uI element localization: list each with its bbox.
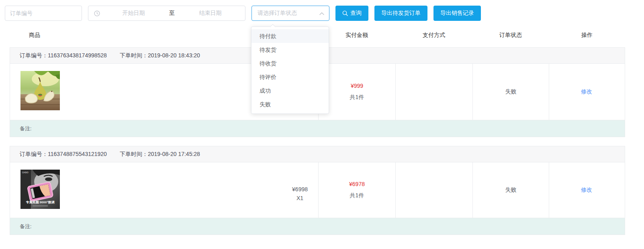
- chevron-up-icon: [319, 10, 324, 17]
- order-status-cell: 失败: [472, 64, 549, 120]
- status-select-placeholder: 请选择订单状态: [258, 10, 297, 17]
- product-cell: CASIO 专属美颜 9000°微调 ¥6998: [10, 162, 318, 218]
- date-range-picker[interactable]: 开始日期 至 结束日期: [88, 6, 245, 21]
- product-brand-text: CASIO: [22, 171, 29, 174]
- export-pending-orders-label: 导出待发货订单: [381, 10, 421, 17]
- product-caption-text: 专属美颜 9000°微调: [25, 200, 54, 204]
- order-group-2: 订单编号：1163748875543121920 下单时间：2019-08-20…: [10, 146, 625, 235]
- date-range-separator: 至: [165, 10, 179, 17]
- camera-product-image: CASIO 专属美颜 9000°微调: [20, 170, 60, 209]
- pay-method-cell: [395, 64, 472, 120]
- search-button-label: 查询: [350, 10, 362, 17]
- modify-link[interactable]: 修改: [581, 186, 592, 194]
- pay-method-cell: [395, 162, 472, 218]
- status-dropdown-panel: 待付款 待发货 待收货 待评价 成功 失败: [251, 26, 329, 114]
- order-no-value: 1163763438174998528: [48, 52, 107, 59]
- dropdown-arrow: [270, 24, 276, 30]
- order-no-label: 订单编号：: [20, 151, 48, 157]
- status-option-success[interactable]: 成功: [251, 84, 329, 97]
- paid-count: 共1件: [350, 94, 364, 101]
- order-time-value: 2019-08-20 17:45:28: [148, 151, 200, 157]
- search-button[interactable]: 查询: [335, 6, 368, 21]
- remark-label: 备注:: [20, 125, 32, 132]
- clock-icon: [92, 10, 102, 16]
- modify-link[interactable]: 修改: [581, 88, 592, 95]
- order-no-text: 订单编号：1163763438174998528: [20, 52, 107, 59]
- search-icon: [342, 10, 348, 16]
- order-status-select[interactable]: 请选择订单状态: [251, 6, 329, 21]
- order-no-label: 订单编号：: [20, 52, 48, 59]
- status-option-failed[interactable]: 失败: [251, 97, 329, 111]
- order-time-label: 下单时间：: [120, 52, 148, 59]
- order-time-label: 下单时间：: [120, 151, 148, 157]
- status-option-pending-review[interactable]: 待评价: [251, 70, 329, 84]
- end-date-input[interactable]: 结束日期: [179, 10, 242, 17]
- order-time-text: 下单时间：2019-08-20 17:45:28: [120, 151, 200, 158]
- remark-row: 备注:: [10, 218, 625, 235]
- quantity: X1: [292, 195, 308, 201]
- paid-amount: ¥999: [351, 83, 363, 89]
- order-time-text: 下单时间：2019-08-20 18:43:20: [120, 52, 200, 59]
- header-order-status: 订单状态: [472, 32, 549, 39]
- action-cell: 修改: [549, 64, 624, 120]
- unit-price: ¥6998: [292, 186, 308, 192]
- order-status: 失败: [505, 186, 517, 194]
- paid-amount-cell: ¥6978 共1件: [318, 162, 395, 218]
- header-paid-amount: 实付金额: [318, 32, 395, 39]
- paid-amount: ¥6978: [349, 181, 365, 187]
- paid-count: 共1件: [350, 192, 364, 199]
- remark-row: 备注:: [10, 120, 625, 137]
- export-sales-records-label: 导出销售记录: [440, 10, 474, 17]
- export-sales-records-button[interactable]: 导出销售记录: [433, 6, 481, 21]
- status-option-pending-payment[interactable]: 待付款: [251, 29, 329, 43]
- order-group-2-row: CASIO 专属美颜 9000°微调 ¥6998: [10, 162, 625, 218]
- remark-label: 备注:: [20, 223, 32, 230]
- order-no-value: 1163748875543121920: [48, 151, 107, 157]
- unit-price-qty: ¥6998 X1: [292, 184, 308, 204]
- action-cell: 修改: [549, 162, 624, 218]
- order-status: 失败: [505, 88, 517, 95]
- order-status-cell: 失败: [472, 162, 549, 218]
- status-option-pending-receipt[interactable]: 待收货: [251, 57, 329, 70]
- order-no-input[interactable]: [5, 6, 82, 21]
- status-option-pending-shipment[interactable]: 待发货: [251, 43, 329, 57]
- order-group-2-header: 订单编号：1163748875543121920 下单时间：2019-08-20…: [10, 146, 625, 162]
- paid-amount-cell: ¥999 共1件: [318, 64, 395, 120]
- filter-bar: 开始日期 至 结束日期 请选择订单状态 查询 导出待发货订单: [0, 0, 644, 21]
- order-no-text: 订单编号：1163748875543121920: [20, 151, 107, 158]
- export-pending-orders-button[interactable]: 导出待发货订单: [374, 6, 427, 21]
- start-date-input[interactable]: 开始日期: [102, 10, 165, 17]
- header-pay-method: 支付方式: [395, 32, 472, 39]
- header-action: 操作: [549, 32, 625, 39]
- order-time-value: 2019-08-20 18:43:20: [148, 52, 200, 59]
- order-management-page: 开始日期 至 结束日期 请选择订单状态 查询 导出待发货订单: [0, 0, 644, 249]
- pear-product-image: [20, 71, 60, 110]
